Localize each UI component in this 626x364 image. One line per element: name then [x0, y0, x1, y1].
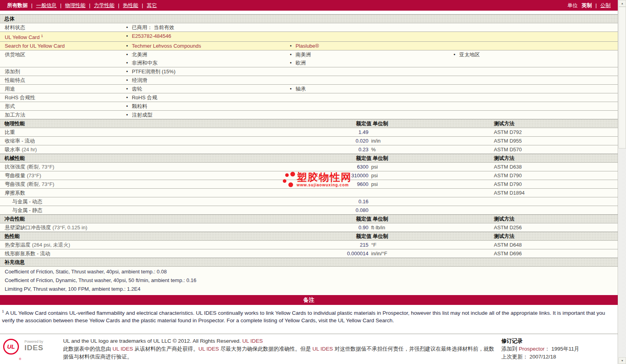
unit-option-1[interactable]: 英制: [582, 2, 592, 8]
inline-link[interactable]: UL IDES: [242, 338, 263, 344]
section-header-supplemental: 补充信息: [0, 258, 618, 266]
property-unit: [368, 206, 491, 214]
powered-by-label: Powered by: [24, 340, 43, 344]
value-column: [454, 23, 618, 32]
column-header-method: 测试方法: [491, 215, 618, 223]
property-row: 摩擦系数ASTM D1894: [0, 188, 618, 197]
notes-bar: 备注: [0, 295, 618, 305]
supplemental-line: Limiting PV, Thrust washer, 100 FPM, amb…: [0, 285, 618, 293]
section-header: 热性能额定值 单位制测试方法: [0, 232, 618, 240]
unit-options: 英制|公制: [582, 2, 611, 9]
footer-text: UL and the UL logo are trademarks of UL …: [63, 337, 499, 361]
scrollbar-up-button[interactable]: ▲: [619, 0, 626, 7]
property-sections: 物理性能额定值 单位制测试方法比重1.49ASTM D792收缩率 - 流动0.…: [0, 119, 618, 258]
value-column: [290, 23, 454, 32]
row-label: 用途: [0, 85, 126, 93]
row-value[interactable]: Plaslube®: [295, 43, 319, 49]
unit-option-2[interactable]: 公制: [600, 2, 611, 8]
property-unit: ft·lb/in: [368, 223, 491, 232]
row-value: 已商用： 当前有效: [132, 24, 174, 30]
value-column: [290, 93, 454, 102]
property-condition: (断裂, 73°F): [27, 181, 54, 187]
property-condition: (73°F, 0.125 in): [52, 225, 87, 230]
property-row: 与金属 - 静态0.080: [0, 206, 618, 214]
property-condition: (24 hr): [22, 147, 37, 152]
nav-item-2[interactable]: 一般信息: [36, 2, 56, 9]
inline-link[interactable]: UL IDES: [112, 346, 133, 352]
value-column: •轴承: [290, 85, 454, 93]
general-row: 性能特点•经润滑: [0, 76, 618, 84]
property-value: 0.16: [250, 197, 368, 206]
row-value: 齿轮: [132, 86, 142, 92]
bullet-icon: •: [290, 60, 292, 66]
section-title: 热性能: [0, 232, 250, 240]
value-column: [454, 32, 618, 41]
row-value: 北美洲: [132, 52, 147, 58]
bullet-icon: •: [126, 112, 128, 118]
property-unit: [368, 128, 491, 136]
row-value: 南美洲: [295, 52, 311, 58]
test-method: ASTM D790: [491, 180, 618, 188]
value-column: •亚太地区: [454, 50, 618, 67]
row-label[interactable]: UL Yellow Card 1: [0, 32, 126, 41]
section-header: 物理性能额定值 单位制测试方法: [0, 119, 618, 128]
units-label: 单位: [568, 2, 578, 9]
ides-label: IDES: [24, 344, 43, 352]
value-column: •北美洲•非洲和中东: [126, 50, 290, 67]
property-label: 收缩率 - 流动: [0, 137, 250, 145]
unit-switcher: 单位 英制|公制: [568, 2, 611, 9]
row-label: 加工方法: [0, 111, 126, 119]
row-label: 形式: [0, 102, 126, 110]
property-value: 0.23: [250, 145, 368, 154]
property-row: 吸水率(24 hr)0.23%ASTM D570: [0, 145, 618, 154]
property-row: 抗张强度(断裂, 73°F)6300psiASTM D638: [0, 162, 618, 171]
test-method: ASTM D648: [491, 241, 618, 249]
bullet-icon: •: [290, 43, 292, 49]
value-column: [454, 93, 618, 102]
value-column: [454, 42, 618, 50]
row-label[interactable]: Search for UL Yellow Card: [0, 42, 126, 50]
nav-separator: |: [118, 2, 119, 8]
property-row: 悬壁梁缺口冲击强度(73°F, 0.125 in)0.90ft·lb/inAST…: [0, 223, 618, 232]
row-value[interactable]: E253782-484546: [132, 33, 171, 39]
property-label: 与金属 - 静态: [0, 206, 250, 214]
row-value[interactable]: Techmer Lehvoss Compounds: [132, 43, 201, 49]
section-title: 机械性能: [0, 154, 250, 162]
inline-link[interactable]: Prospector: [519, 346, 544, 352]
section-header: 机械性能额定值 单位制测试方法: [0, 154, 618, 162]
inline-link[interactable]: UL IDES: [198, 346, 219, 352]
nav-item-5[interactable]: 热性能: [123, 2, 138, 9]
value-column: •Techmer Lehvoss Compounds: [126, 42, 290, 50]
scrollbar-thumb[interactable]: [619, 7, 626, 149]
property-value: 0.020: [250, 137, 368, 145]
inline-link[interactable]: UL IDES: [312, 346, 333, 352]
property-label: 线形膨胀系数 - 流动: [0, 249, 250, 258]
nav-separator: |: [142, 2, 143, 8]
value-column: •齿轮: [126, 85, 290, 93]
bullet-icon: •: [126, 95, 128, 100]
nav-item-3[interactable]: 物理性能: [65, 2, 86, 9]
property-label: 摩擦系数: [0, 189, 250, 197]
column-header-method: 测试方法: [491, 232, 618, 240]
column-header-rating: 额定值 单位制: [250, 215, 388, 223]
vertical-scrollbar[interactable]: ▲ ▼: [619, 0, 626, 364]
property-value: 0.080: [250, 206, 368, 214]
property-label: 抗张强度(断裂, 73°F): [0, 163, 250, 171]
value-column: [454, 102, 618, 110]
general-row: 形式•颗粒料: [0, 102, 618, 110]
footnote: 1A UL Yellow Card contains UL-verified f…: [0, 305, 618, 324]
row-value: 颗粒料: [132, 103, 147, 109]
nav-item-1[interactable]: 所有数据: [7, 2, 28, 9]
bullet-icon: •: [126, 33, 128, 39]
nav-separator: |: [60, 2, 61, 8]
nav-item-6[interactable]: 其它: [147, 2, 157, 9]
test-method: ASTM D638: [491, 163, 618, 171]
property-unit: %: [368, 145, 491, 154]
scrollbar-down-button[interactable]: ▼: [619, 357, 626, 364]
property-label: 热变形温度(264 psi, 未退火): [0, 241, 250, 249]
value-column: •注射成型: [126, 111, 290, 119]
nav-item-4[interactable]: 力学性能: [94, 2, 114, 9]
row-value: 欧洲: [295, 60, 306, 66]
registered-mark: ®: [19, 357, 21, 361]
property-row: 热变形温度(264 psi, 未退火)215°FASTM D648: [0, 240, 618, 249]
